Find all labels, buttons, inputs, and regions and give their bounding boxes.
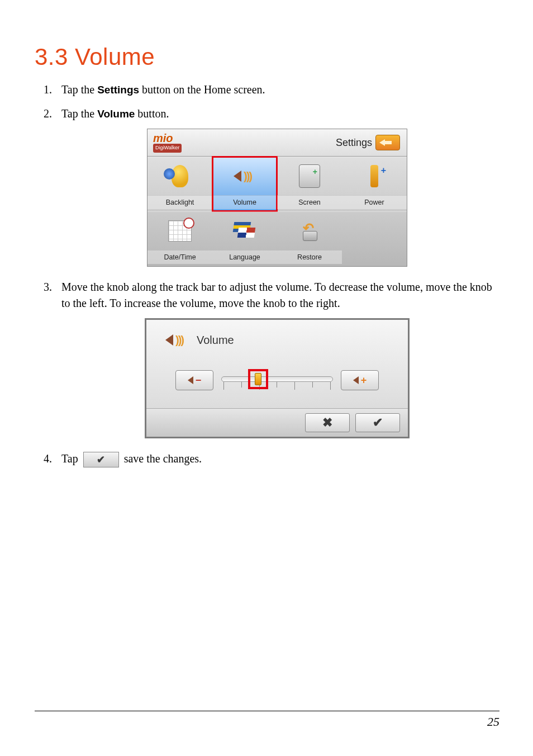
volume-decrease-button[interactable]: − (175, 370, 213, 390)
speaker-icon (163, 329, 190, 351)
battery-icon (370, 165, 378, 187)
settings-item-label: Language (212, 250, 277, 264)
speaker-small-icon (353, 376, 359, 384)
slider-knob-highlight (248, 369, 268, 389)
brand-sub: DigiWalker (153, 144, 182, 152)
check-icon: ✔ (97, 455, 105, 465)
settings-screenshot: mio DigiWalker Settings Backlight (147, 129, 407, 267)
step-4-text-a: Tap (61, 452, 81, 465)
step-2-text-c: button. (135, 107, 169, 120)
page-footer: 25 (35, 711, 499, 729)
settings-title: Settings (336, 135, 372, 150)
flags-icon (234, 222, 256, 240)
step-3: Move the knob along the track bar to adj… (55, 279, 493, 438)
cancel-button[interactable]: ✖ (305, 413, 350, 432)
screen-icon (299, 164, 320, 188)
step-2: Tap the Volume button. mio DigiWalker Se… (55, 106, 493, 267)
settings-item-label: Screen (277, 195, 342, 209)
step-2-text-a: Tap the (61, 107, 97, 120)
volume-footer: ✖ ✔ (146, 408, 408, 437)
minus-icon: − (196, 373, 202, 388)
restore-icon (299, 221, 320, 241)
inline-confirm-button[interactable]: ✔ (83, 452, 119, 467)
bulb-icon (172, 165, 188, 187)
brand-main: mio (153, 133, 173, 144)
settings-item-label: Volume (212, 195, 277, 209)
section-heading: 3.3 Volume (35, 44, 493, 70)
settings-item-language[interactable]: Language (212, 211, 277, 266)
step-2-volume-bold: Volume (97, 108, 135, 120)
brand-logo: mio DigiWalker (151, 133, 182, 152)
confirm-button[interactable]: ✔ (355, 413, 400, 432)
settings-item-label: Date/Time (147, 250, 212, 264)
settings-item-label: Backlight (147, 195, 212, 209)
manual-page: 3.3 Volume Tap the Settings button on th… (0, 0, 533, 756)
settings-item-datetime[interactable]: Date/Time (147, 211, 212, 266)
step-1: Tap the Settings button on the Home scre… (55, 82, 493, 98)
volume-slider[interactable] (221, 371, 333, 390)
calendar-clock-icon (168, 220, 192, 242)
settings-item-volume[interactable]: Volume (212, 157, 277, 211)
settings-item-backlight[interactable]: Backlight (147, 157, 212, 211)
settings-item-empty (342, 211, 407, 266)
settings-item-power[interactable]: Power (342, 157, 407, 211)
steps-list: Tap the Settings button on the Home scre… (35, 82, 493, 467)
volume-title: Volume (197, 332, 234, 348)
slider-track (221, 376, 333, 382)
plus-icon: + (361, 373, 367, 388)
step-1-text-c: button on the Home screen. (139, 83, 265, 96)
speaker-icon (231, 165, 258, 187)
back-button[interactable] (375, 135, 400, 150)
volume-increase-button[interactable]: + (341, 370, 379, 390)
page-number: 25 (487, 715, 499, 729)
step-1-settings-bold: Settings (97, 84, 139, 96)
settings-item-label: Restore (277, 250, 342, 264)
check-icon: ✔ (373, 417, 383, 429)
close-icon: ✖ (322, 417, 332, 429)
volume-screenshot: Volume − (145, 318, 410, 438)
settings-topbar: mio DigiWalker Settings (147, 129, 407, 157)
volume-slider-row: − + (146, 368, 408, 408)
speaker-small-icon (188, 376, 193, 384)
volume-header: Volume (146, 320, 408, 368)
step-1-text-a: Tap the (61, 83, 97, 96)
settings-grid: Backlight Volume Screen Power (147, 157, 407, 266)
step-3-text: Move the knob along the track bar to adj… (61, 281, 492, 309)
settings-item-screen[interactable]: Screen (277, 157, 342, 211)
step-4-text-b: save the changes. (121, 452, 202, 465)
slider-ticks (221, 382, 333, 389)
settings-item-restore[interactable]: Restore (277, 211, 342, 266)
step-4: Tap ✔ save the changes. (55, 451, 493, 467)
settings-item-label: Power (342, 195, 407, 209)
